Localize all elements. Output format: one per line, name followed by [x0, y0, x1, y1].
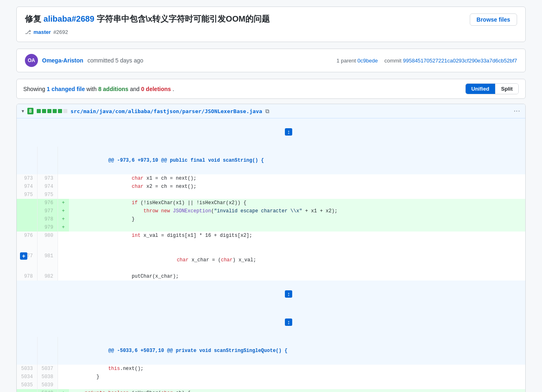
- unified-view-button[interactable]: Unified: [466, 84, 495, 94]
- old-line-num: 976: [17, 232, 37, 240]
- table-row: 974 974 char x2 = ch = next();: [17, 183, 525, 191]
- old-line-num: [17, 199, 37, 207]
- new-line-num: 5039: [37, 381, 58, 389]
- new-line-num: 976: [37, 199, 58, 207]
- commit-hash-info: commit 995845170527221ca0293cf290e33a7d6…: [384, 58, 517, 64]
- old-line-num: [17, 223, 37, 232]
- diff-marker: [58, 191, 69, 199]
- file-additions-count: 8: [27, 108, 33, 114]
- table-row: 5033 5037 this.next();: [17, 365, 525, 373]
- file-path: src/main/java/com/alibaba/fastjson/parse…: [71, 108, 262, 114]
- new-line-num: 973: [37, 174, 58, 183]
- chevron-down-icon: ▾: [22, 108, 24, 114]
- deletions-count: 0 deletions: [141, 86, 171, 92]
- commit-hash-link[interactable]: 995845170527221ca0293cf290e33a7d6cb52bf7: [403, 58, 517, 64]
- commit-branch: ⎇ master #2692: [25, 29, 517, 35]
- browse-files-button[interactable]: Browse files: [470, 13, 517, 26]
- diff-file-block: ▾ 8 src/main/java/com/alibaba/fastjson/p…: [16, 104, 526, 392]
- diff-stats-text: Showing 1 changed file with 8 additions …: [23, 86, 174, 92]
- expand-row-mid: ↕: [17, 281, 525, 309]
- table-row: 976 980 int x_val = digits[x1] * 16 + di…: [17, 232, 525, 240]
- pr-number[interactable]: #2692: [53, 29, 68, 35]
- diff-marker: [58, 183, 69, 191]
- old-line-num: [17, 389, 37, 392]
- diff-line-content: char x1 = ch = next();: [69, 174, 525, 183]
- hunk2-meta-text: @@ -5033,6 +5037,10 @@ private void scan…: [108, 348, 287, 354]
- copy-icon[interactable]: ⧉: [265, 108, 269, 115]
- old-line-num: 974: [17, 183, 37, 191]
- commit-title-row: 修复 alibaba#2689 字符串中包含\x转义字符时可能引发OOM的问题 …: [25, 13, 517, 26]
- old-line-num: 973: [17, 174, 37, 183]
- diff-line-content: int x_val = digits[x1] * 16 + digits[x2]…: [69, 232, 525, 240]
- old-line-num: 978: [17, 272, 37, 281]
- expand-row-mid2: ↕: [17, 309, 525, 337]
- issue-link[interactable]: alibaba#2689: [44, 14, 95, 23]
- new-line-num: 5040: [37, 389, 58, 392]
- additions-count: 8 additions: [98, 86, 129, 92]
- diff-stats-bar: Showing 1 changed file with 8 additions …: [16, 79, 526, 99]
- diff-line-content: }: [69, 215, 525, 223]
- diff-line-content: }: [69, 373, 525, 381]
- diff-block-1: [37, 109, 41, 113]
- hunk1-header: @@ -973,6 +973,10 @@ public final void s…: [17, 147, 525, 174]
- hunk1-meta: @@ -973,6 +973,10 @@ public final void s…: [69, 147, 525, 174]
- commit-title-prefix: 修复: [25, 14, 41, 23]
- hunk1-meta-text: @@ -973,6 +973,10 @@ public final void s…: [108, 158, 264, 163]
- table-row: 978 982 putChar(x_char);: [17, 272, 525, 281]
- diff-block-3: [47, 109, 51, 113]
- commit-header: 修复 alibaba#2689 字符串中包含\x转义字符时可能引发OOM的问题 …: [16, 7, 526, 42]
- parent-hash-link[interactable]: 0c9bede: [358, 58, 378, 64]
- diff-block-2: [42, 109, 46, 113]
- diff-line-content: + char x_char = (char) x_val;: [69, 240, 525, 272]
- diff-line-content: this.next();: [69, 365, 525, 373]
- hunk2-new-num: [37, 337, 58, 365]
- hunk2-header: @@ -5033,6 +5037,10 @@ private void scan…: [17, 337, 525, 365]
- expand-lines-button[interactable]: ↕: [285, 128, 292, 136]
- diff-marker: [58, 232, 69, 240]
- parent-info: 1 parent 0c9bede: [336, 58, 378, 64]
- diff-line-content: if (!isHexChar(x1) || !isHexChar(x2)) {: [69, 199, 525, 207]
- diff-marker: [58, 381, 69, 389]
- expand-lines-button-2[interactable]: ↕: [285, 290, 292, 298]
- diff-file-header: ▾ 8 src/main/java/com/alibaba/fastjson/p…: [17, 104, 525, 118]
- old-line-num: [17, 215, 37, 223]
- diff-line-content: [69, 191, 525, 199]
- avatar-initials: OA: [28, 58, 35, 63]
- more-options-button[interactable]: ···: [514, 107, 520, 115]
- diff-line-content: char x2 = ch = next();: [69, 183, 525, 191]
- diff-block-5: [58, 109, 62, 113]
- changed-file-link[interactable]: 1 changed file: [47, 86, 85, 92]
- avatar: OA: [25, 54, 38, 67]
- branch-icon: ⎇: [25, 29, 31, 35]
- old-line-num: 5035: [17, 381, 37, 389]
- commit-hashes: 1 parent 0c9bede commit 995845170527221c…: [336, 58, 517, 64]
- branch-name[interactable]: master: [33, 29, 51, 35]
- table-row: 5034 5038 }: [17, 373, 525, 381]
- commit-time: committed 5 days ago: [87, 57, 143, 64]
- diff-line-content: throw new JSONException("invalid escape …: [69, 207, 525, 215]
- commit-meta: OA Omega-Ariston committed 5 days ago 1 …: [16, 49, 526, 72]
- author-name[interactable]: Omega-Ariston: [42, 57, 83, 64]
- table-row: 977 + throw new JSONException("invalid e…: [17, 207, 525, 215]
- file-expand-button[interactable]: ▾: [22, 108, 24, 114]
- new-line-num: 980: [37, 232, 58, 240]
- new-line-num: 982: [37, 272, 58, 281]
- commit-title: 修复 alibaba#2689 字符串中包含\x转义字符时可能引发OOM的问题: [25, 13, 270, 24]
- old-line-num: [17, 207, 37, 215]
- table-row: 977 981 + char x_char = (char) x_val;: [17, 240, 525, 272]
- split-view-button[interactable]: Split: [495, 84, 518, 94]
- old-line-num: 975: [17, 191, 37, 199]
- expand-lines-button-3[interactable]: ↕: [285, 318, 292, 326]
- diff-line-content: putChar(x_char);: [69, 272, 525, 281]
- new-line-num: 974: [37, 183, 58, 191]
- commit-title-suffix: 字符串中包含\x转义字符时可能引发OOM的问题: [97, 14, 270, 23]
- table-row: 975 975: [17, 191, 525, 199]
- old-line-num: 5033: [17, 365, 37, 373]
- inline-expand-button[interactable]: +: [20, 252, 27, 260]
- diff-marker: [58, 240, 69, 272]
- hunk2-marker: [58, 337, 69, 365]
- new-line-num: 979: [37, 223, 58, 232]
- diff-marker: [58, 373, 69, 381]
- old-line-num: 5034: [17, 373, 37, 381]
- hunk1-new-num: [37, 147, 58, 174]
